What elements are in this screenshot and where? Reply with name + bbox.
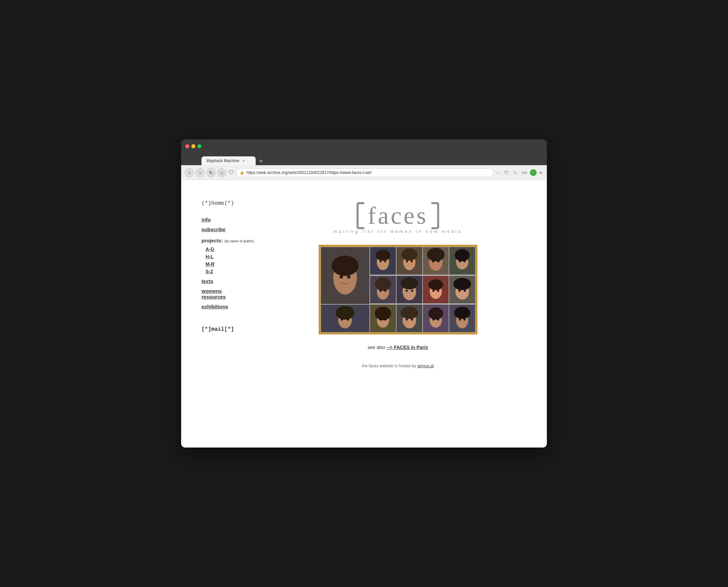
- svg-point-29: [459, 260, 461, 262]
- svg-point-69: [432, 319, 434, 321]
- right-bracket-icon: [428, 200, 448, 231]
- home-icon: ⌂: [220, 170, 223, 175]
- svg-point-8: [331, 256, 359, 276]
- browser-window: Wayback Machine ✕ + ‹ › ↻ ⌂ 🛡 🔒 https://…: [181, 139, 547, 448]
- nav-exhibitions[interactable]: exhibitions: [201, 304, 256, 309]
- bookmark-icon[interactable]: ☆: [512, 169, 519, 176]
- projects-ag[interactable]: A-G: [206, 246, 256, 252]
- hosted-text: the faces website is hosted by servus.at: [362, 364, 434, 368]
- photo-cell-6: [370, 276, 396, 303]
- svg-point-18: [401, 248, 417, 261]
- back-button[interactable]: ‹: [185, 168, 194, 177]
- tab-title: Wayback Machine: [206, 158, 239, 163]
- expand-icon[interactable]: >>: [520, 169, 528, 176]
- projects-links: A-G H-L M-R S-Z: [206, 246, 256, 274]
- svg-point-40: [411, 290, 413, 292]
- svg-point-64: [406, 319, 408, 321]
- refresh-button[interactable]: ↻: [206, 168, 216, 177]
- svg-point-30: [464, 260, 466, 262]
- nav-info[interactable]: info: [201, 217, 256, 222]
- svg-point-34: [380, 290, 382, 292]
- mail-link[interactable]: [*]mail[*]: [201, 326, 256, 332]
- url-bar[interactable]: 🔒 https://web.archive.org/web/2001120402…: [236, 168, 494, 177]
- see-also: see also --> FACES in Paris: [368, 345, 428, 350]
- logo-subtitle: mailing list for women in new media: [334, 229, 462, 234]
- webpage-content: (*)home(*) info subscribe projects: (by …: [181, 180, 547, 448]
- browser-titlebar: [181, 139, 547, 153]
- forward-icon: ›: [199, 170, 201, 175]
- photo-cell-13: [423, 305, 449, 332]
- svg-point-10: [347, 275, 350, 279]
- address-bar: ‹ › ↻ ⌂ 🛡 🔒 https://web.archive.org/web/…: [181, 165, 547, 180]
- maximize-button[interactable]: [197, 144, 201, 148]
- toolbar-right: ··· 🛡 ☆ >> ↑ ≡: [495, 169, 543, 176]
- svg-point-53: [336, 306, 355, 320]
- projects-mr[interactable]: M-R: [206, 261, 256, 267]
- forward-button[interactable]: ›: [195, 168, 205, 177]
- tab-bar: Wayback Machine ✕ +: [181, 153, 547, 165]
- photo-cell-4: [423, 247, 449, 275]
- nav-womens-resources[interactable]: womensresources: [201, 288, 256, 300]
- svg-point-19: [406, 260, 408, 262]
- svg-point-43: [428, 279, 443, 290]
- svg-point-20: [411, 260, 413, 262]
- sidebar: (*)home(*) info subscribe projects: (by …: [201, 200, 256, 368]
- left-bracket-icon: [347, 200, 368, 231]
- servus-link[interactable]: servus.at: [417, 364, 434, 368]
- paris-link[interactable]: --> FACES in Paris: [387, 345, 428, 350]
- svg-point-25: [437, 260, 440, 262]
- photo-cell-10: [321, 305, 369, 332]
- minimize-button[interactable]: [191, 144, 195, 148]
- svg-point-75: [464, 319, 466, 321]
- projects-label: projects:: [201, 238, 223, 243]
- svg-point-63: [401, 307, 418, 319]
- svg-point-39: [406, 290, 408, 292]
- shield-verify-icon[interactable]: 🛡: [503, 169, 510, 176]
- nav-subscribe[interactable]: subscribe: [201, 226, 256, 232]
- tab-close-icon[interactable]: ✕: [242, 159, 245, 163]
- site-logo: faces mailing list for women in new medi…: [334, 200, 462, 234]
- svg-point-33: [375, 277, 391, 291]
- svg-point-14: [380, 260, 382, 262]
- active-tab[interactable]: Wayback Machine ✕: [201, 156, 256, 165]
- refresh-icon: ↻: [209, 170, 213, 175]
- svg-point-70: [437, 319, 439, 321]
- home-button[interactable]: ⌂: [217, 168, 227, 177]
- projects-section: projects: (by name of author) A-G H-L M-…: [201, 238, 256, 274]
- extensions-icon[interactable]: ↑: [530, 169, 537, 176]
- photo-cell-3: [397, 247, 422, 275]
- svg-point-23: [427, 248, 445, 261]
- svg-point-15: [384, 260, 386, 262]
- projects-sz[interactable]: S-Z: [206, 269, 256, 274]
- more-options-icon[interactable]: ···: [495, 169, 502, 176]
- svg-point-68: [428, 307, 443, 320]
- svg-point-59: [380, 319, 382, 321]
- logo-display: faces: [347, 200, 448, 231]
- back-icon: ‹: [189, 170, 190, 175]
- photo-cell-9: [449, 276, 475, 303]
- menu-icon[interactable]: ≡: [538, 169, 543, 176]
- photo-cell-14: [449, 305, 475, 332]
- page-layout: (*)home(*) info subscribe projects: (by …: [201, 200, 527, 368]
- svg-point-60: [384, 319, 386, 321]
- svg-point-24: [432, 260, 434, 262]
- lock-icon: 🔒: [240, 170, 244, 175]
- svg-point-44: [432, 290, 434, 292]
- projects-hl[interactable]: H-L: [206, 254, 256, 259]
- nav-texts[interactable]: texts: [201, 278, 256, 284]
- svg-point-49: [458, 290, 461, 292]
- svg-point-65: [411, 319, 413, 321]
- svg-point-9: [340, 275, 343, 279]
- home-link[interactable]: (*)home(*): [201, 200, 256, 206]
- nav-links: info subscribe projects: (by name of aut…: [201, 217, 256, 309]
- svg-point-45: [437, 290, 439, 292]
- close-button[interactable]: [185, 144, 189, 148]
- photo-cell-1: [321, 247, 369, 304]
- new-tab-button[interactable]: +: [256, 157, 266, 165]
- photo-grid: [321, 247, 475, 332]
- photo-grid-container: [319, 245, 477, 334]
- see-also-prefix: see also: [368, 345, 385, 350]
- main-content: faces mailing list for women in new medi…: [269, 200, 527, 368]
- photo-cell-11: [370, 305, 396, 332]
- svg-point-54: [341, 319, 343, 321]
